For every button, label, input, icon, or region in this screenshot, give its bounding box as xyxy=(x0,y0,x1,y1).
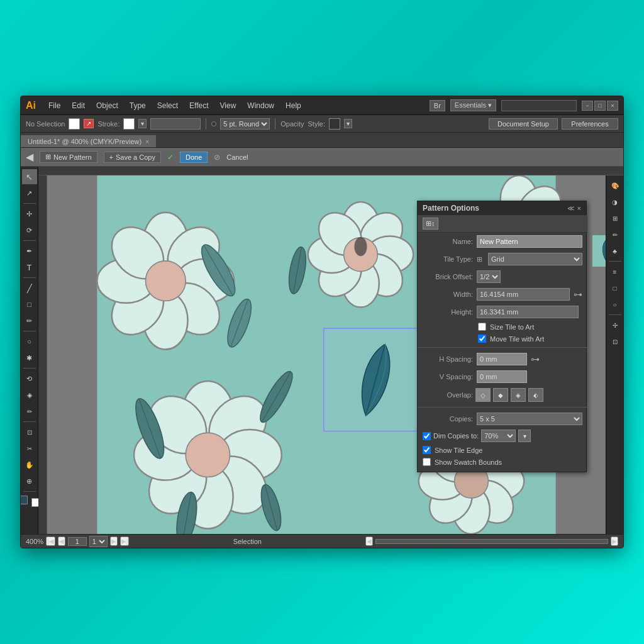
new-pattern-button[interactable]: ⊞ New Pattern xyxy=(40,151,97,163)
workspace-button[interactable]: Essentials ▾ xyxy=(450,99,496,111)
page-select[interactable]: 1 xyxy=(89,536,108,547)
menu-view[interactable]: View xyxy=(215,100,242,111)
menu-select[interactable]: Select xyxy=(152,100,183,111)
overlap-btn-1[interactable]: ◇ xyxy=(475,388,491,402)
bottom-bar: 400% |◀ ◀ 1 ▶ ▶| Selection ◀ ▶ xyxy=(21,534,623,548)
maximize-button[interactable]: □ xyxy=(594,101,606,111)
eyedropper-tool[interactable]: ✏ xyxy=(22,404,37,419)
overlap-btn-3[interactable]: ◈ xyxy=(511,388,526,402)
foreground-swatch[interactable] xyxy=(21,496,28,504)
pen-tool[interactable]: ✒ xyxy=(22,243,37,258)
width-input[interactable] xyxy=(477,288,570,301)
h-spacing-row: H Spacing: ⊶ xyxy=(418,350,587,368)
scissors-tool[interactable]: ✂ xyxy=(22,441,37,456)
v-spacing-input[interactable] xyxy=(477,370,527,383)
rotate-tool[interactable]: ○ xyxy=(22,334,37,349)
link-icon-width: ⊶ xyxy=(574,289,582,299)
direct-select-tool[interactable]: ↗ xyxy=(22,186,37,201)
gradient-tool[interactable]: ◈ xyxy=(22,387,37,402)
brush-select[interactable]: 5 pt. Round xyxy=(220,118,270,130)
stroke-type-button[interactable]: ▾ xyxy=(138,119,147,128)
menu-help[interactable]: Help xyxy=(280,100,306,111)
move-tile-row: Move Tile with Art xyxy=(418,333,587,345)
show-tile-edge-checkbox[interactable] xyxy=(423,446,431,454)
warp-tool[interactable]: ⟲ xyxy=(22,371,37,386)
done-button[interactable]: Done xyxy=(180,152,208,163)
scroll-right-btn[interactable]: ▶ xyxy=(611,536,618,546)
show-swatch-bounds-checkbox[interactable] xyxy=(423,458,431,466)
cancel-button[interactable]: Cancel xyxy=(226,153,248,161)
swatches-btn[interactable]: ⊞ xyxy=(608,211,623,226)
fill-type-button[interactable]: ↗ xyxy=(84,119,94,128)
tab-close-icon[interactable]: × xyxy=(145,138,149,145)
menu-edit[interactable]: Edit xyxy=(67,100,90,111)
overlap-btn-2[interactable]: ◆ xyxy=(493,388,508,402)
preferences-button[interactable]: Preferences xyxy=(562,118,618,130)
artboards-btn[interactable]: ○ xyxy=(608,297,623,312)
close-button[interactable]: × xyxy=(607,101,618,111)
stroke-swatch[interactable] xyxy=(123,118,135,130)
transform-panel-btn[interactable]: ✢ xyxy=(608,318,623,333)
document-setup-button[interactable]: Document Setup xyxy=(489,118,558,130)
brushes-btn[interactable]: ✏ xyxy=(608,227,623,242)
tile-type-select[interactable]: Grid xyxy=(488,253,582,265)
menu-object[interactable]: Object xyxy=(91,100,123,111)
menu-window[interactable]: Window xyxy=(242,100,279,111)
name-input[interactable] xyxy=(477,235,582,248)
align-btn[interactable]: ≡ xyxy=(608,264,623,279)
dim-copies-arrow[interactable]: ▾ xyxy=(518,430,531,442)
scale-tool[interactable]: ✱ xyxy=(22,350,37,365)
panel-close-button[interactable]: × xyxy=(577,204,581,213)
color-panel-btn[interactable]: 🎨 xyxy=(608,178,623,193)
style-swatch[interactable] xyxy=(329,118,340,130)
menu-file[interactable]: File xyxy=(43,100,65,111)
appearance-btn[interactable]: ◑ xyxy=(608,194,623,209)
h-spacing-input[interactable] xyxy=(477,353,527,365)
height-input[interactable] xyxy=(477,306,579,318)
text-tool[interactable]: T xyxy=(22,260,37,275)
size-tile-checkbox[interactable] xyxy=(478,323,486,331)
menu-type[interactable]: Type xyxy=(125,100,151,111)
lasso-tool[interactable]: ⟳ xyxy=(22,223,37,238)
bridge-button[interactable]: Br xyxy=(430,100,445,111)
last-page-btn[interactable]: ▶| xyxy=(120,536,130,546)
first-page-btn[interactable]: |◀ xyxy=(46,536,55,546)
scroll-left-btn[interactable]: ◀ xyxy=(365,536,373,546)
next-page-btn[interactable]: ▶ xyxy=(110,536,118,546)
page-input[interactable] xyxy=(68,537,87,546)
save-copy-button[interactable]: + Save a Copy xyxy=(104,152,161,163)
blend-tool[interactable]: ⊡ xyxy=(22,425,37,440)
panel-collapse-button[interactable]: ≪ xyxy=(567,204,575,213)
search-input[interactable] xyxy=(501,100,577,111)
scroll-bar[interactable] xyxy=(375,539,608,544)
brush-tool[interactable]: ✏ xyxy=(22,313,37,328)
back-button[interactable]: ◀ xyxy=(26,151,33,163)
zoom-tool[interactable]: ⊕ xyxy=(22,474,37,489)
overlap-btn-4[interactable]: ⬖ xyxy=(528,388,543,402)
prev-page-btn[interactable]: ◀ xyxy=(58,536,65,546)
line-tool[interactable]: ╱ xyxy=(22,280,37,296)
select-tool[interactable]: ↖ xyxy=(22,169,37,184)
menu-effect[interactable]: Effect xyxy=(184,100,213,111)
panel-arrange-button[interactable]: ⊞↕ xyxy=(423,218,438,230)
stroke-width-input[interactable] xyxy=(150,118,201,130)
dim-copies-checkbox[interactable] xyxy=(423,432,431,440)
symbols-btn[interactable]: ♣ xyxy=(608,243,623,258)
minimize-button[interactable]: − xyxy=(582,101,593,111)
stroke-label: Stroke: xyxy=(97,120,119,128)
canvas-area[interactable]: Pattern Options ≪ × ⊞↕ xyxy=(47,175,606,534)
rect-tool[interactable]: □ xyxy=(22,297,37,312)
dim-copies-select[interactable]: 70% xyxy=(481,430,516,442)
transform-tool[interactable]: ✢ xyxy=(22,206,37,221)
document-tab[interactable]: Untitled-1* @ 400% (CMYK/Preview) × xyxy=(21,135,156,147)
panel-separator-2 xyxy=(418,407,587,408)
hand-tool[interactable]: ✋ xyxy=(22,457,37,472)
fill-swatch[interactable] xyxy=(69,118,80,130)
brick-offset-select[interactable]: 1/2 xyxy=(477,270,501,283)
layers-btn[interactable]: □ xyxy=(608,280,623,296)
links-btn[interactable]: ⊡ xyxy=(608,334,623,349)
style-arrow-button[interactable]: ▾ xyxy=(344,119,352,128)
copies-select[interactable]: 5 x 5 xyxy=(477,413,582,425)
panel-preview xyxy=(592,235,606,267)
move-tile-checkbox[interactable] xyxy=(478,335,486,343)
